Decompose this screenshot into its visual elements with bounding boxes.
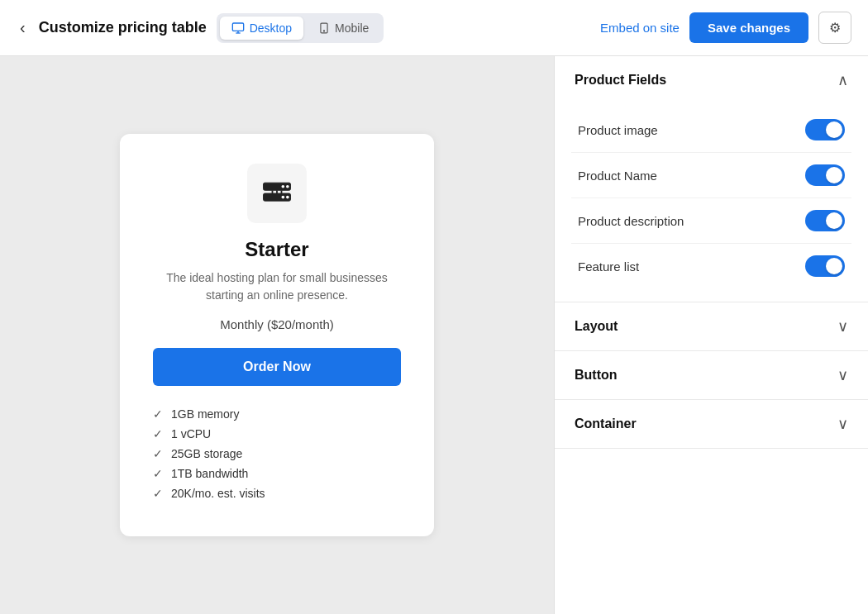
svg-point-10 xyxy=(282,196,285,199)
check-icon: ✓ xyxy=(153,407,163,421)
product-image-label: Product image xyxy=(578,123,658,137)
mobile-icon xyxy=(318,21,330,35)
button-section: Button ∨ xyxy=(555,351,868,400)
preview-area: Starter The ideal hosting plan for small… xyxy=(0,56,554,614)
main-layout: Starter The ideal hosting plan for small… xyxy=(0,56,868,614)
list-item: ✓ 25GB storage xyxy=(153,444,401,464)
check-icon: ✓ xyxy=(153,487,163,500)
svg-point-4 xyxy=(323,30,324,31)
svg-point-7 xyxy=(286,185,289,188)
button-header[interactable]: Button ∨ xyxy=(555,351,868,399)
check-icon: ✓ xyxy=(153,467,163,480)
back-button[interactable]: ‹ xyxy=(17,15,29,40)
product-description: The ideal hosting plan for small busines… xyxy=(153,269,401,304)
embed-on-site-button[interactable]: Embed on site xyxy=(600,21,680,35)
layout-section: Layout ∨ xyxy=(555,302,868,351)
container-header[interactable]: Container ∨ xyxy=(555,400,868,448)
desktop-icon xyxy=(231,21,245,35)
list-item: ✓ 1TB bandwidth xyxy=(153,464,401,483)
svg-point-9 xyxy=(282,185,285,188)
toggle-row-product-description: Product description xyxy=(571,198,851,244)
product-price: Monthly ($20/month) xyxy=(220,317,334,331)
product-name-toggle[interactable] xyxy=(805,164,845,186)
check-icon: ✓ xyxy=(153,447,163,460)
view-toggle: Desktop Mobile xyxy=(217,13,384,43)
header: ‹ Customize pricing table Desktop Mobile… xyxy=(0,0,868,56)
check-icon: ✓ xyxy=(153,427,163,440)
product-fields-title: Product Fields xyxy=(575,73,666,88)
layout-title: Layout xyxy=(575,319,618,334)
product-fields-section: Product Fields ∧ Product image Product N… xyxy=(555,56,868,302)
mobile-view-button[interactable]: Mobile xyxy=(307,17,380,40)
container-title: Container xyxy=(575,416,637,431)
svg-rect-0 xyxy=(232,23,243,31)
product-description-label: Product description xyxy=(578,214,684,228)
header-left: ‹ Customize pricing table Desktop Mobile xyxy=(17,13,384,43)
feature-list-label: Feature list xyxy=(578,259,639,274)
save-changes-button[interactable]: Save changes xyxy=(689,12,808,43)
list-item: ✓ 1 vCPU xyxy=(153,424,401,444)
container-section: Container ∨ xyxy=(555,400,868,449)
chevron-down-icon: ∨ xyxy=(837,415,848,433)
list-item: ✓ 20K/mo. est. visits xyxy=(153,483,401,503)
right-panel: Product Fields ∧ Product image Product N… xyxy=(554,56,868,614)
toggle-row-product-name: Product Name xyxy=(571,153,851,198)
list-item: ✓ 1GB memory xyxy=(153,404,401,424)
product-description-toggle[interactable] xyxy=(805,210,845,231)
product-name: Starter xyxy=(245,238,308,261)
chevron-down-icon: ∨ xyxy=(837,366,848,384)
feature-list-toggle[interactable] xyxy=(805,255,845,277)
desktop-view-button[interactable]: Desktop xyxy=(220,17,303,40)
toggle-row-feature-list: Feature list xyxy=(571,244,851,288)
product-fields-header[interactable]: Product Fields ∧ xyxy=(555,56,868,104)
server-icon xyxy=(259,175,295,212)
product-name-label: Product Name xyxy=(578,169,657,183)
gear-icon: ⚙ xyxy=(829,21,841,35)
feature-list: ✓ 1GB memory ✓ 1 vCPU ✓ 25GB storage ✓ 1… xyxy=(153,404,401,503)
product-icon-container xyxy=(247,164,307,223)
settings-button[interactable]: ⚙ xyxy=(818,12,851,44)
chevron-up-icon: ∧ xyxy=(837,71,848,89)
product-fields-rows: Product image Product Name xyxy=(555,104,868,302)
order-now-button[interactable]: Order Now xyxy=(153,348,401,386)
svg-point-8 xyxy=(286,196,289,199)
page-title: Customize pricing table xyxy=(39,19,207,36)
chevron-down-icon: ∨ xyxy=(837,317,848,336)
pricing-card: Starter The ideal hosting plan for small… xyxy=(120,134,434,536)
layout-header[interactable]: Layout ∨ xyxy=(555,302,868,350)
button-title: Button xyxy=(575,368,618,383)
header-right: Embed on site Save changes ⚙ xyxy=(600,12,851,44)
product-image-toggle[interactable] xyxy=(805,119,845,140)
toggle-row-product-image: Product image xyxy=(571,107,851,153)
